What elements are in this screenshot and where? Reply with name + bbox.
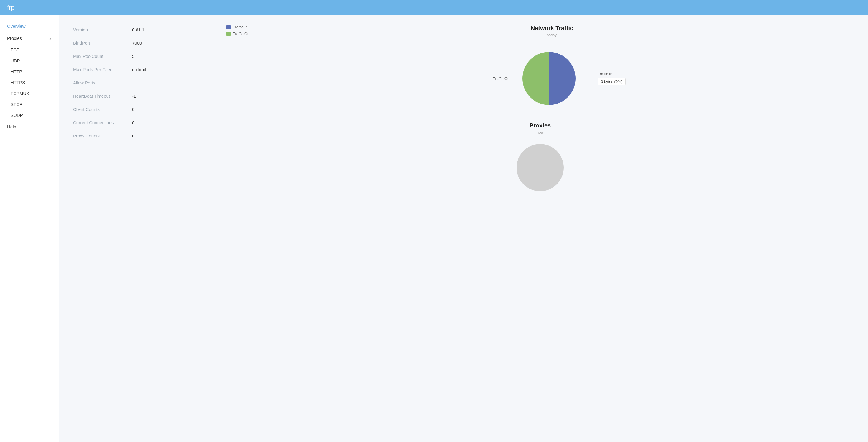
info-value-clientcounts: 0 — [132, 107, 134, 112]
info-panel: Version 0.61.1 BindPort 7000 Max PoolCou… — [59, 16, 212, 442]
network-traffic-subtitle: today — [531, 33, 573, 37]
info-value-bindport: 7000 — [132, 40, 142, 46]
network-traffic-section: Traffic In Traffic Out Network Traffic t… — [226, 25, 854, 108]
pie-chart-container: Traffic Out Traffic In 0 bytes (0%) — [520, 49, 579, 108]
chevron-up-icon — [49, 36, 52, 41]
sidebar-item-tcp[interactable]: TCP — [0, 44, 59, 55]
info-value-currentconn: 0 — [132, 120, 134, 125]
info-label-heartbeat: HeartBeat Timeout — [73, 93, 132, 98]
legend-traffic-in: Traffic In — [226, 25, 251, 29]
info-label-maxpoolcount: Max PoolCount — [73, 54, 132, 59]
legend-dot-traffic-out — [226, 32, 230, 36]
sidebar-item-http[interactable]: HTTP — [0, 66, 59, 77]
info-row-maxpoolcount: Max PoolCount 5 — [73, 54, 198, 59]
pie-right-labels: Traffic In 0 bytes (0%) — [598, 72, 626, 85]
info-row-version: Version 0.61.1 — [73, 27, 198, 32]
info-value-version: 0.61.1 — [132, 27, 145, 32]
info-row-currentconn: Current Connections 0 — [73, 120, 198, 125]
info-row-allowports: Allow Ports — [73, 80, 198, 85]
network-traffic-pie — [520, 49, 579, 108]
info-label-maxports: Max Ports Per Client — [73, 67, 132, 72]
proxies-chart-subtitle: now — [536, 130, 544, 135]
charts-panel: Traffic In Traffic Out Network Traffic t… — [212, 16, 868, 442]
network-traffic-title: Network Traffic — [531, 25, 573, 32]
proxies-section: Proxies now — [226, 122, 854, 191]
sidebar: Overview Proxies TCP UDP HTTP HTTPS TCPM… — [0, 16, 59, 442]
pie-label-traffic-out: Traffic Out — [493, 77, 511, 81]
pie-label-traffic-in: Traffic In — [598, 72, 626, 76]
info-value-maxports: no limit — [132, 67, 146, 72]
sidebar-item-udp[interactable]: UDP — [0, 55, 59, 66]
info-label-currentconn: Current Connections — [73, 120, 132, 125]
legend-label-traffic-in: Traffic In — [233, 25, 248, 29]
main-content: Version 0.61.1 BindPort 7000 Max PoolCou… — [59, 16, 868, 442]
app-header: frp — [0, 0, 868, 16]
sidebar-proxies-label: Proxies — [7, 36, 22, 41]
sidebar-item-https[interactable]: HTTPS — [0, 77, 59, 88]
info-row-heartbeat: HeartBeat Timeout -1 — [73, 93, 198, 98]
pie-tooltip: 0 bytes (0%) — [598, 78, 626, 85]
info-value-heartbeat: -1 — [132, 93, 136, 98]
info-row-maxports: Max Ports Per Client no limit — [73, 67, 198, 72]
sidebar-item-sudp[interactable]: SUDP — [0, 110, 59, 121]
sidebar-group-proxies[interactable]: Proxies — [0, 32, 59, 44]
proxies-chart-title: Proxies — [530, 122, 551, 129]
info-row-bindport: BindPort 7000 — [73, 40, 198, 46]
sidebar-item-help[interactable]: Help — [0, 121, 59, 133]
network-traffic-header: Network Traffic today — [531, 25, 573, 44]
sidebar-item-overview[interactable]: Overview — [0, 20, 59, 32]
legend-label-traffic-out: Traffic Out — [233, 32, 251, 36]
info-value-maxpoolcount: 5 — [132, 54, 134, 59]
sidebar-item-stcp[interactable]: STCP — [0, 99, 59, 110]
info-value-proxycounts: 0 — [132, 134, 134, 138]
proxies-pie-chart — [517, 144, 564, 191]
info-label-version: Version — [73, 27, 132, 32]
app-title: frp — [7, 4, 15, 11]
legend-dot-traffic-in — [226, 25, 230, 29]
info-label-clientcounts: Client Counts — [73, 107, 132, 112]
sidebar-item-tcpmux[interactable]: TCPMUX — [0, 88, 59, 99]
info-row-clientcounts: Client Counts 0 — [73, 107, 198, 112]
info-row-proxycounts: Proxy Counts 0 — [73, 134, 198, 138]
info-label-allowports: Allow Ports — [73, 80, 132, 85]
network-legend: Traffic In Traffic Out — [226, 25, 251, 36]
info-label-bindport: BindPort — [73, 40, 132, 46]
info-label-proxycounts: Proxy Counts — [73, 134, 132, 138]
main-layout: Overview Proxies TCP UDP HTTP HTTPS TCPM… — [0, 16, 868, 442]
legend-traffic-out: Traffic Out — [226, 32, 251, 36]
